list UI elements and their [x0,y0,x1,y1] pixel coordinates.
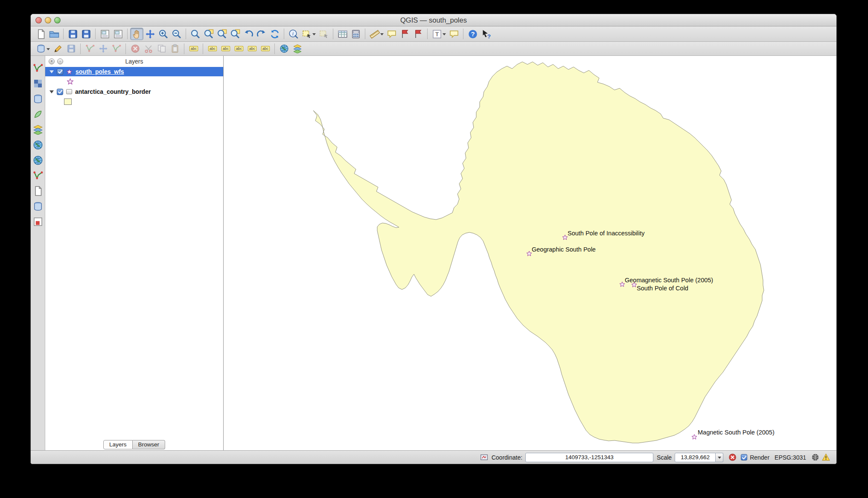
identify-features-button[interactable] [287,28,300,40]
layer-name: south_poles_wfs [76,68,124,75]
zoom-last-button[interactable] [242,28,255,40]
refresh-map-button[interactable] [268,28,281,40]
refresh-map-icon [270,29,280,39]
change-label-button[interactable] [259,43,272,55]
select-features-button[interactable] [300,28,313,40]
qgis-window: QGIS — south_poles [30,14,837,464]
toggle-editing-button[interactable] [51,43,64,55]
rotate-label-button[interactable] [219,43,232,55]
zoom-window-button[interactable] [54,17,61,23]
add-mssql-layer-button[interactable] [32,124,44,135]
layer-visibility-checkbox[interactable] [57,89,63,95]
help-contents-button[interactable] [466,28,479,40]
show-bookmarks-button[interactable] [411,28,425,40]
text-annotation-button[interactable] [430,28,443,40]
move-feature-button[interactable] [96,43,110,55]
add-wfs-layer-button[interactable] [32,170,44,181]
panel-float-button[interactable]: ◦ [57,58,63,64]
tab-layers[interactable]: Layers [103,440,133,449]
new-print-composer-button[interactable] [98,28,111,40]
new-bookmark-button[interactable] [398,28,411,40]
pan-to-selection-button[interactable] [143,28,157,40]
delete-selected-button[interactable] [128,43,142,55]
add-oracle-layer-button[interactable] [32,201,44,211]
close-window-button[interactable] [35,17,42,23]
openlayers-plugin-button[interactable] [291,43,304,55]
map-tips-button[interactable] [385,28,398,40]
zoom-in-button[interactable] [157,28,170,40]
toolbar-separator [333,29,333,39]
zoom-next-button[interactable] [255,28,268,40]
mouse-position-icon[interactable] [480,453,488,461]
layer-row-antarctica-country-border[interactable]: antarctica_country_border [45,87,223,96]
scale-input[interactable]: 13,829,662 [675,453,716,462]
zoom-to-selection-button[interactable] [215,28,228,40]
annotation-dropdown-caret[interactable] [443,33,446,37]
map-label: Magnetic South Pole (2005) [698,429,775,436]
expander-icon[interactable] [50,90,54,93]
layer-row-south-poles-wfs[interactable]: south_poles_wfs [45,67,223,76]
save-layer-edits-button[interactable] [64,43,78,55]
add-feature-button[interactable] [83,43,96,55]
form-annotation-button[interactable] [447,28,460,40]
add-vector-layer-button[interactable] [32,63,44,73]
coordinate-input[interactable]: 1409733,-1251343 [525,453,653,462]
render-checkbox[interactable] [741,454,747,460]
pan-map-button[interactable] [130,28,143,40]
map-canvas[interactable]: South Pole of Inaccessibility Geographic… [224,56,836,451]
move-label-button[interactable] [206,43,219,55]
current-edits-button[interactable] [34,43,47,55]
save-project-icon [68,29,78,39]
save-project-as-button[interactable] [79,28,93,40]
measure-line-button[interactable] [368,28,381,40]
labeling-button[interactable] [187,43,200,55]
select-features-dropdown-caret[interactable] [312,33,316,37]
stop-rendering-icon[interactable] [728,453,737,461]
zoom-out-icon [172,29,182,39]
zoom-out-button[interactable] [170,28,183,40]
save-project-button[interactable] [66,28,79,40]
add-delimited-text-layer-button[interactable] [32,185,44,196]
field-calculator-button[interactable] [349,28,362,40]
open-attribute-table-button[interactable] [336,28,349,40]
log-messages-icon[interactable] [822,453,830,461]
panel-close-button[interactable]: × [49,58,55,64]
add-wms-layer-button[interactable] [32,139,44,150]
deselect-features-button[interactable] [317,28,330,40]
pin-labels-button[interactable] [232,43,245,55]
copy-features-button[interactable] [155,43,168,55]
measure-dropdown-caret[interactable] [380,33,384,37]
current-edits-dropdown-caret[interactable] [47,48,50,52]
paste-features-button[interactable] [168,43,181,55]
new-shapefile-layer-button[interactable] [32,216,44,227]
zoom-full-button[interactable] [202,28,215,40]
new-project-button[interactable] [34,28,47,40]
composer-manager-button[interactable] [111,28,125,40]
add-raster-layer-button[interactable] [32,78,44,89]
cut-features-button[interactable] [142,43,155,55]
scale-dropdown-button[interactable] [716,453,723,462]
crs-status-icon[interactable] [811,453,819,461]
title-bar[interactable]: QGIS — south_poles [31,14,836,26]
node-tool-button[interactable] [110,43,123,55]
tab-browser[interactable]: Browser [133,440,166,449]
cut-features-icon [144,44,153,53]
show-hide-labels-button[interactable] [245,43,259,55]
layer-visibility-checkbox[interactable] [57,69,63,75]
coordinate-label: Coordinate: [492,454,522,461]
add-wfs-layer-icon [33,171,43,181]
add-wcs-layer-button[interactable] [32,155,44,165]
minimize-window-button[interactable] [45,17,51,23]
zoom-to-layer-button[interactable] [228,28,242,40]
window-title: QGIS — south_poles [400,16,467,24]
expander-icon[interactable] [50,70,54,73]
add-postgis-layer-button[interactable] [32,93,44,104]
layer-symbol-row [45,76,223,87]
add-spatialite-layer-icon [33,109,43,119]
globe-plugin-button[interactable] [277,43,291,55]
main-toolbar [31,26,836,42]
add-spatialite-layer-button[interactable] [32,109,44,119]
whats-this-button[interactable] [479,28,492,40]
open-project-button[interactable] [47,28,61,40]
zoom-actual-button[interactable] [189,28,202,40]
